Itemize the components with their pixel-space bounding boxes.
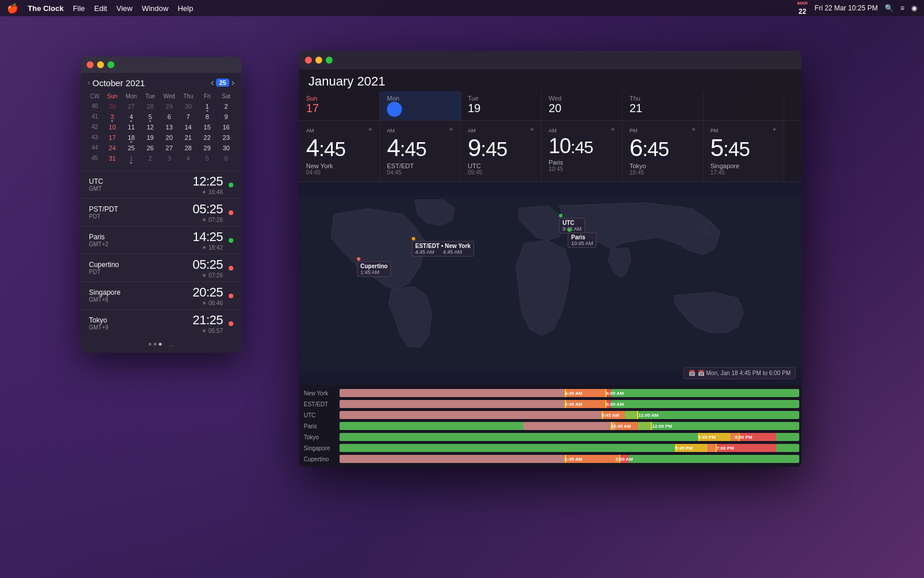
- cal-day[interactable]: 5: [198, 153, 217, 164]
- tl-row-cupertino-tl: Cupertino 1:45 AM 3:00 AM: [299, 454, 802, 464]
- cal-today-badge[interactable]: 25: [216, 79, 229, 87]
- ampm-utc: AM: [468, 128, 476, 134]
- marker-dot-cupertino: [357, 257, 360, 261]
- menu-window[interactable]: Window: [141, 4, 168, 13]
- day-col-sun: Sun 17: [299, 91, 380, 120]
- cal-day[interactable]: 4: [178, 153, 198, 164]
- cal-day[interactable]: 21: [178, 132, 198, 143]
- notification-icon[interactable]: ◉: [911, 4, 917, 12]
- cal-day[interactable]: 26: [141, 143, 160, 153]
- map-label-paris: Paris 10:45 AM: [568, 232, 597, 248]
- cal-day[interactable]: 6: [217, 153, 236, 164]
- status-dot-pst: [229, 210, 233, 215]
- city-name-estedt: EST/EDT: [387, 162, 453, 169]
- sun-icon-utc: ☀: [530, 127, 534, 132]
- tl-bar-utc[interactable]: 9:45 AM 11:00 AM: [340, 411, 799, 419]
- cal-day[interactable]: 28: [141, 101, 160, 112]
- cal-header-sat: Sat: [217, 91, 236, 101]
- cal-day[interactable]: 30: [217, 143, 236, 153]
- big-maximize-button[interactable]: [326, 57, 333, 64]
- tl-time-start-cupertino: 1:45 AM: [565, 457, 582, 462]
- tl-time-start-ny: 4:45 AM: [565, 391, 582, 396]
- tooltip-icon: 📅: [688, 370, 695, 376]
- big-close-button[interactable]: [305, 57, 312, 64]
- clock-cell-utc: AM ☀ 9:45 UTC 09:45: [461, 121, 542, 181]
- cal-day[interactable]: 2: [141, 153, 160, 164]
- big-clock-header: January 2021: [299, 69, 802, 91]
- cal-day[interactable]: 15: [198, 122, 217, 132]
- cal-day[interactable]: 8: [198, 112, 217, 122]
- menu-help[interactable]: Help: [178, 4, 193, 13]
- cal-arrow-left[interactable]: ‹: [88, 79, 90, 87]
- cal-day[interactable]: 22: [198, 132, 217, 143]
- cal-prev-btn[interactable]: ‹: [211, 77, 214, 88]
- cal-day[interactable]: 17: [103, 132, 122, 143]
- cal-day[interactable]: 27: [160, 143, 179, 153]
- menu-view[interactable]: View: [116, 4, 132, 13]
- cal-day[interactable]: 4: [122, 112, 141, 122]
- ellipsis[interactable]: ···: [169, 343, 173, 349]
- cal-day[interactable]: 7: [178, 112, 198, 122]
- cal-day[interactable]: 30: [178, 101, 198, 112]
- city-offset-newyork: 04:45: [306, 169, 372, 176]
- clock-row-pst: PST/PDT PDT 05:25 ☀ 07:26: [81, 198, 241, 226]
- clock-name-paris: Paris: [89, 233, 109, 241]
- tl-bar-paris[interactable]: 10:45 AM 12:00 PM: [340, 422, 799, 430]
- cal-day[interactable]: 19: [141, 132, 160, 143]
- cal-day[interactable]: 1: [122, 153, 141, 164]
- search-icon[interactable]: 🔍: [885, 4, 893, 12]
- cal-day[interactable]: 1: [198, 101, 217, 112]
- minimize-button[interactable]: [97, 61, 104, 68]
- cal-day[interactable]: 24: [103, 143, 122, 153]
- tl-bar-estedt[interactable]: 4:45 AM 6:00 AM: [340, 400, 799, 408]
- map-marker-paris: Paris 10:45 AM: [568, 228, 597, 248]
- tl-bar-newyork[interactable]: 4:45 AM 6:00 AM: [340, 389, 799, 397]
- cal-day[interactable]: 3: [103, 112, 122, 122]
- apple-menu[interactable]: 🍎: [7, 3, 18, 14]
- cal-day[interactable]: 29: [160, 101, 179, 112]
- cal-day[interactable]: 31: [103, 153, 122, 164]
- day-num-21: 21: [629, 102, 696, 115]
- cal-day[interactable]: 13: [160, 122, 179, 132]
- cal-day[interactable]: 2: [217, 101, 236, 112]
- city-offset-estedt: 04:45: [387, 169, 453, 176]
- tl-bar-singapore[interactable]: 5:45 PM 7:00 PM: [340, 444, 799, 452]
- clock-sunset-pst: ☀ 07:26: [202, 217, 223, 223]
- cal-day[interactable]: 23: [217, 132, 236, 143]
- cal-day[interactable]: 20: [160, 132, 179, 143]
- tl-time-end-utc: 11:00 AM: [638, 413, 658, 418]
- cal-day[interactable]: 29: [198, 143, 217, 153]
- cal-day[interactable]: 26: [103, 101, 122, 112]
- clock-time-singapore: 20:25: [192, 285, 223, 300]
- cal-next-btn[interactable]: ›: [232, 77, 234, 88]
- cal-day[interactable]: 10: [103, 122, 122, 132]
- menu-edit[interactable]: Edit: [94, 4, 107, 13]
- close-button[interactable]: [87, 61, 94, 68]
- menu-file[interactable]: File: [73, 4, 85, 13]
- tl-bar-cupertino[interactable]: 1:45 AM 3:00 AM: [340, 455, 799, 463]
- cal-day[interactable]: 16: [217, 122, 236, 132]
- cal-day[interactable]: 6: [160, 112, 179, 122]
- cal-today-cell[interactable]: 25: [122, 143, 141, 153]
- calendar-menu-icon[interactable]: MAR 22: [797, 1, 807, 15]
- cal-day[interactable]: 28: [178, 143, 198, 153]
- cal-day[interactable]: 11: [122, 122, 141, 132]
- cal-day[interactable]: 5: [141, 112, 160, 122]
- cal-day[interactable]: 27: [122, 101, 141, 112]
- app-name[interactable]: The Clock: [28, 4, 64, 13]
- world-map-svg: [299, 182, 802, 385]
- cal-day[interactable]: 12: [141, 122, 160, 132]
- cal-day[interactable]: 18: [122, 132, 141, 143]
- datetime-display: Fri 22 Mar 10:25 PM: [815, 4, 878, 12]
- map-label-cupertino: Cupertino 1:45 AM: [357, 261, 391, 277]
- widget-titlebar: [81, 57, 241, 73]
- maximize-button[interactable]: [107, 61, 114, 68]
- cal-day[interactable]: 14: [178, 122, 198, 132]
- cal-day[interactable]: 3: [160, 153, 179, 164]
- big-minimize-button[interactable]: [315, 57, 322, 64]
- page-dot: [154, 343, 157, 346]
- tl-bar-tokyo[interactable]: 6:45 PM 8:00 PM: [340, 433, 799, 441]
- cal-day[interactable]: 9: [217, 112, 236, 122]
- control-center-icon[interactable]: ≡: [900, 4, 904, 12]
- city-name-singapore: Singapore: [710, 162, 777, 169]
